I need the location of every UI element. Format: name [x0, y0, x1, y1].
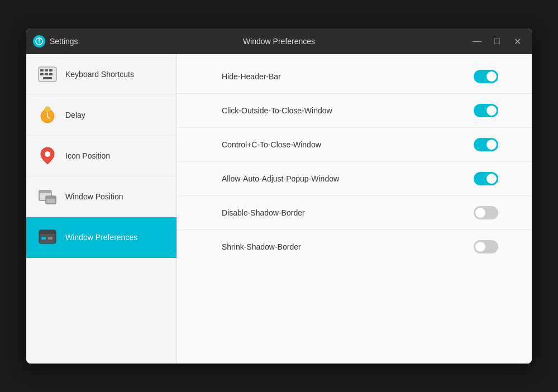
- app-icon: [33, 35, 45, 47]
- setting-row-click-outside-close: Click-Outside-To-Close-Window: [177, 94, 532, 128]
- setting-label: Hide-Header-Bar: [222, 72, 281, 81]
- svg-rect-10: [43, 77, 52, 79]
- sidebar: Keyboard Shortcuts Delay: [26, 54, 177, 364]
- toggle-slider: [474, 172, 498, 185]
- sidebar-item-keyboard-shortcuts[interactable]: Keyboard Shortcuts: [26, 54, 177, 95]
- svg-rect-5: [45, 69, 48, 71]
- setting-label: Disable-Shadow-Border: [222, 208, 305, 217]
- close-button[interactable]: ✕: [509, 34, 525, 49]
- toggle-click-outside-close[interactable]: [474, 104, 498, 117]
- svg-rect-6: [49, 69, 53, 71]
- svg-rect-19: [46, 196, 56, 199]
- svg-rect-8: [45, 73, 48, 75]
- titlebar: Settings Window Preferences — □ ✕: [26, 28, 532, 54]
- toggle-slider: [474, 104, 498, 117]
- svg-point-2: [39, 42, 40, 44]
- toggle-ctrl-c-close[interactable]: [474, 138, 498, 151]
- svg-rect-22: [41, 237, 46, 240]
- sidebar-item-icon-position[interactable]: Icon Position: [26, 136, 177, 176]
- settings-list: Hide-Header-Bar Click-Outside-To-Close-W…: [177, 54, 532, 269]
- toggle-shrink-shadow[interactable]: [474, 240, 498, 254]
- setting-row-ctrl-c-close: Control+C-To-Close-Window: [177, 128, 532, 162]
- toggle-slider: [474, 240, 498, 254]
- toggle-disable-shadow[interactable]: [474, 206, 498, 219]
- keyboard-icon: [37, 64, 58, 84]
- setting-label: Allow-Auto-Adjust-Popup-Window: [222, 174, 339, 183]
- window-pref-icon: [37, 227, 58, 247]
- sidebar-item-delay[interactable]: Delay: [26, 95, 177, 136]
- content-area: Hide-Header-Bar Click-Outside-To-Close-W…: [177, 54, 532, 364]
- sidebar-item-label: Delay: [65, 111, 85, 119]
- main-content: Keyboard Shortcuts Delay: [26, 54, 532, 364]
- toggle-slider: [474, 138, 498, 151]
- setting-label: Shrink-Shadow-Border: [222, 242, 301, 251]
- sidebar-item-label: Keyboard Shortcuts: [65, 70, 134, 79]
- location-icon: [37, 146, 58, 166]
- toggle-slider: [474, 206, 498, 219]
- toggle-auto-adjust-popup[interactable]: [474, 172, 498, 185]
- toggle-slider: [474, 70, 498, 83]
- sidebar-item-label: Icon Position: [65, 151, 110, 160]
- svg-rect-4: [40, 69, 44, 71]
- window-pos-icon: [37, 187, 58, 207]
- delay-icon: [37, 105, 58, 125]
- setting-label: Control+C-To-Close-Window: [222, 140, 321, 149]
- sidebar-item-window-position[interactable]: Window Position: [26, 176, 177, 217]
- settings-window: Settings Window Preferences — □ ✕: [26, 28, 532, 364]
- window-title: Window Preferences: [243, 37, 315, 46]
- setting-row-shrink-shadow: Shrink-Shadow-Border: [177, 230, 532, 264]
- maximize-button[interactable]: □: [489, 34, 505, 49]
- svg-rect-7: [40, 73, 44, 75]
- sidebar-item-window-preferences[interactable]: Window Preferences: [26, 217, 177, 258]
- sidebar-item-label: Window Preferences: [65, 233, 137, 242]
- svg-rect-17: [39, 190, 51, 193]
- titlebar-left: Settings: [33, 35, 145, 47]
- setting-row-auto-adjust-popup: Allow-Auto-Adjust-Popup-Window: [177, 162, 532, 196]
- setting-row-hide-header-bar: Hide-Header-Bar: [177, 60, 532, 94]
- setting-row-disable-shadow: Disable-Shadow-Border: [177, 196, 532, 230]
- svg-rect-9: [49, 73, 53, 75]
- titlebar-center: Window Preferences: [145, 36, 413, 46]
- svg-rect-23: [48, 237, 53, 240]
- toggle-hide-header-bar[interactable]: [474, 70, 498, 83]
- sidebar-item-label: Window Position: [65, 192, 123, 201]
- svg-rect-21: [39, 230, 56, 234]
- titlebar-controls: — □ ✕: [413, 34, 525, 49]
- svg-point-15: [45, 151, 50, 157]
- svg-point-12: [45, 107, 50, 112]
- app-title: Settings: [50, 37, 78, 46]
- setting-label: Click-Outside-To-Close-Window: [222, 106, 332, 115]
- minimize-button[interactable]: —: [469, 34, 485, 49]
